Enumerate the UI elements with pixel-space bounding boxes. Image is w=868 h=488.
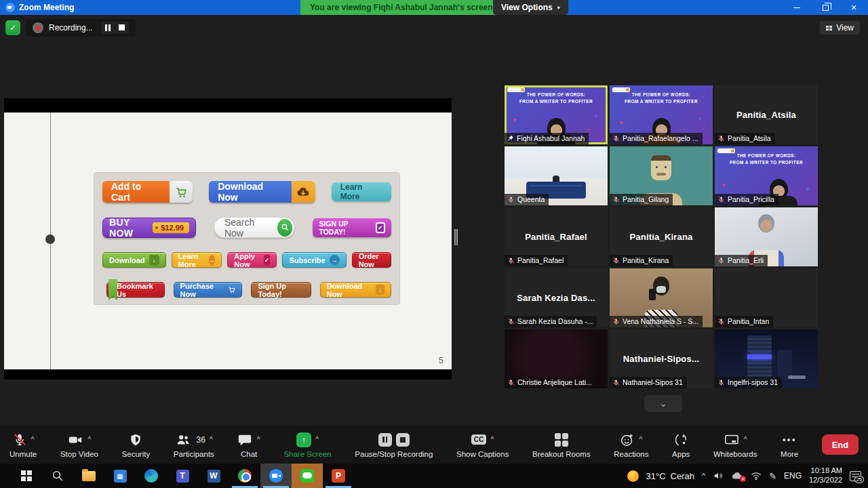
scroll-participants-button[interactable]: ⌄: [644, 395, 682, 412]
volume-icon[interactable]: [713, 471, 724, 481]
view-options-dropdown[interactable]: View Options ▾: [493, 0, 568, 15]
chevron-up-icon[interactable]: ^: [315, 435, 319, 442]
edge-button[interactable]: [136, 464, 167, 488]
panel-drag-handle[interactable]: [454, 229, 458, 245]
participant-tile-rafael[interactable]: Panitia_Rafael Panitia_Rafael: [505, 207, 608, 266]
apps-button[interactable]: Apps: [672, 432, 690, 458]
view-layout-button[interactable]: View: [820, 21, 860, 35]
download-small-button: Download ↓: [102, 252, 166, 268]
chevron-up-icon[interactable]: ^: [639, 435, 642, 442]
show-captions-button[interactable]: CC ^ Show Captions: [456, 432, 509, 458]
participant-tile-fiqhi[interactable]: THE POWER OF WORDS:FROM A WRITER TO PROF…: [505, 85, 608, 144]
right-arrow-icon: →: [209, 255, 216, 265]
participant-tile-atsila[interactable]: Panitia_Atsila Panitia_Atsila: [715, 85, 818, 144]
presentation-slide: Add to Cart Download Now Learn More: [4, 113, 452, 369]
chevron-up-icon[interactable]: ^: [490, 435, 494, 442]
clock-widget[interactable]: 10:18 AM 12/3/2022: [809, 466, 842, 485]
participant-name-label: Christie Anjelique Lati...: [505, 377, 596, 388]
participant-name-text: Nathaniel-Sipos 31: [623, 378, 683, 386]
whiteboards-button[interactable]: ^ Whiteboards: [713, 432, 757, 458]
word-button[interactable]: W: [198, 464, 229, 488]
close-button[interactable]: ✕: [840, 0, 868, 15]
participant-tile-nathaniel[interactable]: Nathaniel-Sipos... Nathaniel-Sipos 31: [610, 329, 713, 388]
onedrive-icon[interactable]: ✕: [731, 472, 743, 480]
participant-tile-christie[interactable]: Christie Anjelique Lati...: [505, 329, 608, 388]
participants-icon: [175, 432, 191, 447]
zoom-taskbar-button[interactable]: [260, 464, 292, 488]
participant-tile-kirana[interactable]: Panitia_Kirana Panitia_Kirana: [610, 207, 713, 266]
mic-off-icon: [612, 196, 620, 203]
chrome-button[interactable]: [229, 464, 260, 488]
taskbar-search-button[interactable]: [42, 464, 73, 488]
tray-expand-chevron[interactable]: ^: [702, 472, 705, 480]
chevron-up-icon[interactable]: ^: [210, 435, 213, 442]
security-button[interactable]: Security: [122, 432, 151, 458]
microsoft-store-button[interactable]: ▦: [104, 464, 136, 488]
chevron-up-icon[interactable]: ^: [87, 435, 91, 442]
teams-button[interactable]: T: [167, 464, 198, 488]
powerpoint-button[interactable]: P: [323, 464, 354, 488]
participant-name-text: Panitia_Kirana: [623, 256, 669, 264]
end-meeting-button[interactable]: End: [822, 434, 859, 455]
chat-icon: [237, 432, 252, 447]
taskbar-apps: ▦ T W P: [11, 464, 354, 488]
participant-name-label: Fiqhi Ashabul Jannah: [505, 133, 589, 144]
participant-tile-erli[interactable]: Panitia_Erli: [715, 207, 818, 266]
participant-tile-ingelfri[interactable]: Ingelfri-sipos 31: [715, 329, 818, 388]
minimize-button[interactable]: [783, 0, 811, 15]
slide-divider-dot: [45, 235, 55, 244]
start-button[interactable]: [11, 464, 42, 488]
reactions-button[interactable]: ^ Reactions: [614, 432, 648, 458]
line-taskbar-button[interactable]: [292, 464, 323, 488]
pause-stop-recording-button[interactable]: Pause/Stop Recording: [355, 432, 433, 458]
chevron-up-icon[interactable]: ^: [31, 435, 35, 442]
phone-graphic: [649, 289, 656, 300]
participant-tile-queenta[interactable]: Queenta: [505, 146, 608, 205]
unmute-button[interactable]: ^ Unmute: [9, 432, 37, 458]
pause-recording-button[interactable]: [105, 24, 111, 31]
notification-center-icon[interactable]: 25: [850, 471, 861, 481]
participant-name-text: Fiqhi Ashabul Jannah: [517, 134, 585, 142]
notification-count-badge: 25: [854, 476, 864, 483]
viewing-screen-banner: You are viewing Fiqhi Ashabul Jannah's s…: [300, 0, 502, 15]
grid-view-icon: [826, 26, 832, 30]
stop-icon[interactable]: [396, 433, 410, 447]
weather-widget[interactable]: 31°C Cerah: [646, 471, 694, 481]
chat-button[interactable]: ^ Chat: [237, 432, 260, 458]
share-screen-button[interactable]: ↑ ^ Share Screen: [283, 432, 331, 458]
chevron-up-icon[interactable]: ^: [744, 435, 747, 442]
building-graphic: [747, 336, 772, 380]
add-to-cart-label: Add to Cart: [102, 181, 170, 203]
language-indicator[interactable]: ENG: [784, 471, 802, 481]
participant-name-text: Panitia_Rafael: [517, 256, 564, 264]
stop-recording-button[interactable]: [119, 24, 125, 30]
breakout-rooms-button[interactable]: Breakout Rooms: [532, 432, 591, 458]
file-explorer-button[interactable]: [73, 464, 104, 488]
participant-tile-pricilla[interactable]: THE POWER OF WORDS:FROM A WRITER TO PROF…: [715, 146, 818, 205]
more-button[interactable]: ••• More: [781, 432, 798, 458]
participant-tile-rafaelangelo[interactable]: THE POWER OF WORDS:FROM A WRITER TO PROF…: [610, 85, 713, 144]
participant-name-label: Vena Nathaniela S - S...: [610, 316, 703, 327]
stop-video-button[interactable]: ^ Stop Video: [60, 432, 98, 458]
breakout-rooms-icon: [555, 433, 568, 447]
pause-stop-recording-label: Pause/Stop Recording: [355, 450, 433, 458]
participant-name-label: Panitia_Kirana: [610, 255, 673, 266]
chevron-up-icon[interactable]: ^: [256, 435, 260, 442]
virtual-bg-title: THE POWER OF WORDS:FROM A WRITER TO PROF…: [505, 92, 608, 105]
windows-ink-pen-icon[interactable]: ✎: [769, 471, 776, 481]
powerpoint-icon: P: [332, 469, 345, 483]
participants-button[interactable]: 36 ^ Participants: [174, 432, 214, 458]
participant-tile-sarah[interactable]: Sarah Kezia Das... Sarah Kezia Dasuha -.…: [505, 268, 608, 327]
security-shield-badge[interactable]: ✓: [5, 20, 20, 35]
participant-tile-gilang[interactable]: Panitia_Gilang: [610, 146, 713, 205]
virtual-bg-title: THE POWER OF WORDS:FROM A WRITER TO PROF…: [715, 152, 818, 166]
learn-more-small-label: Learn More: [178, 252, 205, 268]
participant-tile-vena[interactable]: Vena Nathaniela S - S...: [610, 268, 713, 327]
participant-name-text: Sarah Kezia Dasuha -...: [517, 317, 593, 325]
wifi-icon[interactable]: [751, 472, 762, 481]
restore-button[interactable]: [811, 0, 840, 15]
mic-off-icon: [12, 432, 27, 447]
participant-name-label: Panitia_Pricilla: [715, 194, 778, 205]
pause-icon[interactable]: [378, 433, 392, 447]
participant-tile-intan[interactable]: Panitia_Intan: [715, 268, 818, 327]
